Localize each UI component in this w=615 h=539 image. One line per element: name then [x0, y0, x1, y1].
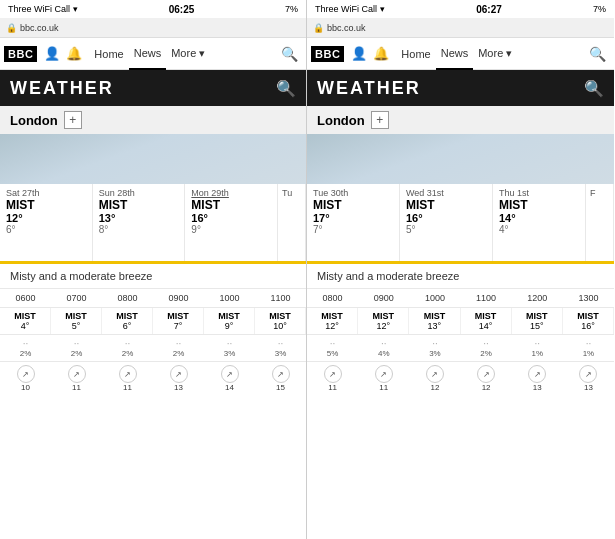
forecast-temps-1-1: 13° 8° — [99, 212, 181, 235]
hourly-temp-2-3: 14° — [479, 321, 493, 331]
forecast-condition-2-1: MIST — [406, 198, 488, 212]
nav-home-1[interactable]: Home — [89, 38, 128, 70]
hourly-temp-1-5: 10° — [273, 321, 287, 331]
wind-speed-2-4: 13 — [533, 383, 542, 392]
wind-circle-2-2: ↗ — [426, 365, 444, 383]
description-bar-2: Misty and a moderate breeze — [307, 264, 614, 289]
wind-speed-1-5: 15 — [276, 383, 285, 392]
weather-header-1: WEATHER 🔍 — [0, 70, 306, 106]
location-add-btn-2[interactable]: + — [371, 111, 389, 129]
wind-speed-2-3: 12 — [482, 383, 491, 392]
wind-speed-1-4: 14 — [225, 383, 234, 392]
precip-pct-1-5: 3% — [275, 349, 287, 358]
hourly-cell-1-2: MIST 6° — [102, 308, 153, 334]
nav-user-icon-2[interactable]: 👤 — [348, 43, 370, 65]
location-add-btn-1[interactable]: + — [64, 111, 82, 129]
nav-news-1[interactable]: News — [129, 38, 167, 70]
wind-speed-2-1: 11 — [379, 383, 388, 392]
hourly-precip-cell-2-4: ·· 1% — [512, 335, 563, 361]
precip-pct-1-0: 2% — [20, 349, 32, 358]
phone-panel-1: Three WiFi Call ▾ 06:25 7% 🔒 bbc.co.uk B… — [0, 0, 307, 539]
location-name-1: London — [10, 113, 58, 128]
wind-cell-2-4: ↗ 13 — [512, 362, 563, 395]
hourly-cell-2-1: MIST 12° — [358, 308, 409, 334]
forecast-low-2-1: 5° — [406, 224, 488, 235]
forecast-day-1-1[interactable]: Sun 28th MIST 13° 8° — [93, 184, 186, 261]
forecast-day-2-2[interactable]: Thu 1st MIST 14° 4° — [493, 184, 586, 261]
url-1: bbc.co.uk — [20, 23, 59, 33]
precip-pct-2-1: 4% — [378, 349, 390, 358]
forecast-high-1-2: 16° — [191, 212, 273, 224]
nav-user-icon-1[interactable]: 👤 — [41, 43, 63, 65]
nav-more-2[interactable]: More ▾ — [473, 38, 517, 70]
forecast-temps-2-0: 17° 7° — [313, 212, 395, 235]
bbc-nav-1: BBC 👤 🔔 Home News More ▾ 🔍 — [0, 38, 306, 70]
hourly-cell-1-3: MIST 7° — [153, 308, 204, 334]
nav-search-icon-2[interactable]: 🔍 — [585, 46, 610, 62]
nav-news-2[interactable]: News — [436, 38, 474, 70]
precip-pct-1-4: 3% — [224, 349, 236, 358]
weather-title-1: WEATHER — [10, 78, 114, 99]
wind-cell-2-0: ↗ 11 — [307, 362, 358, 395]
hourly-temp-2-2: 13° — [428, 321, 442, 331]
description-text-2: Misty and a moderate breeze — [317, 270, 459, 282]
time-2: 06:27 — [476, 4, 502, 15]
wind-circle-1-5: ↗ — [272, 365, 290, 383]
wind-speed-1-2: 11 — [123, 383, 132, 392]
hourly-precip-cell-2-5: ·· 1% — [563, 335, 614, 361]
wind-speed-2-2: 12 — [430, 383, 439, 392]
hourly-strip-2: MIST 12° MIST 12° MIST 13° MIST 14° MIST… — [307, 308, 614, 335]
precip-icon-1-4: ·· — [227, 338, 233, 349]
hourly-precip-row-1: ·· 2% ·· 2% ·· 2% ·· 2% ·· 3% ·· 3% — [0, 335, 306, 362]
bbc-logo-1[interactable]: BBC — [4, 46, 37, 62]
location-bar-2: London + — [307, 106, 614, 134]
nav-bell-icon-1[interactable]: 🔔 — [63, 43, 85, 65]
carrier-2: Three WiFi Call — [315, 4, 377, 14]
precip-icon-1-2: ·· — [125, 338, 131, 349]
nav-home-2[interactable]: Home — [396, 38, 435, 70]
forecast-condition-1-0: MIST — [6, 198, 88, 212]
forecast-temps-1-2: 16° 9° — [191, 212, 273, 235]
forecast-temps-1-0: 12° 6° — [6, 212, 88, 235]
precip-icon-2-3: ·· — [483, 338, 489, 349]
wind-circle-2-1: ↗ — [375, 365, 393, 383]
forecast-day-1-0[interactable]: Sat 27th MIST 12° 6° — [0, 184, 93, 264]
wind-speed-1-0: 10 — [21, 383, 30, 392]
weather-search-icon-1[interactable]: 🔍 — [276, 79, 296, 98]
wind-speed-2-5: 13 — [584, 383, 593, 392]
nav-more-1[interactable]: More ▾ — [166, 38, 210, 70]
forecast-day-partial-name-2: F — [590, 188, 611, 198]
hourly-time-1-4: 1000 — [204, 291, 255, 305]
nav-search-icon-1[interactable]: 🔍 — [277, 46, 302, 62]
hourly-cond-1-3: MIST — [167, 311, 189, 321]
forecast-day-name-1-2: Mon 29th — [191, 188, 273, 198]
hourly-cell-2-5: MIST 16° — [563, 308, 614, 334]
forecast-day-2-1[interactable]: Wed 31st MIST 16° 5° — [400, 184, 493, 261]
forecast-day-partial-2[interactable]: F — [586, 184, 614, 261]
precip-icon-2-1: ·· — [381, 338, 387, 349]
forecast-day-partial-1[interactable]: Tu — [278, 184, 306, 261]
forecast-day-2-0[interactable]: Tue 30th MIST 17° 7° — [307, 184, 400, 264]
hourly-cond-2-0: MIST — [321, 311, 343, 321]
forecast-day-name-1-0: Sat 27th — [6, 188, 88, 198]
bbc-logo-2[interactable]: BBC — [311, 46, 344, 62]
nav-bell-icon-2[interactable]: 🔔 — [370, 43, 392, 65]
hourly-strip-1: MIST 4° MIST 5° MIST 6° MIST 7° MIST 9° … — [0, 308, 306, 335]
hourly-cond-2-4: MIST — [526, 311, 548, 321]
forecast-day-1-2[interactable]: Mon 29th MIST 16° 9° — [185, 184, 278, 261]
weather-header-2: WEATHER 🔍 — [307, 70, 614, 106]
forecast-low-1-0: 6° — [6, 224, 88, 235]
forecast-high-2-2: 14° — [499, 212, 581, 224]
wind-cell-1-5: ↗ 15 — [255, 362, 306, 395]
weather-search-icon-2[interactable]: 🔍 — [584, 79, 604, 98]
hourly-time-1-3: 0900 — [153, 291, 204, 305]
hourly-cond-2-2: MIST — [424, 311, 446, 321]
forecast-low-1-1: 8° — [99, 224, 181, 235]
hourly-cond-1-1: MIST — [65, 311, 87, 321]
hourly-time-2-5: 1300 — [563, 291, 614, 305]
wind-cell-2-5: ↗ 13 — [563, 362, 614, 395]
wind-cell-1-2: ↗ 11 — [102, 362, 153, 395]
forecast-high-1-0: 12° — [6, 212, 88, 224]
forecast-day-name-2-2: Thu 1st — [499, 188, 581, 198]
location-name-2: London — [317, 113, 365, 128]
